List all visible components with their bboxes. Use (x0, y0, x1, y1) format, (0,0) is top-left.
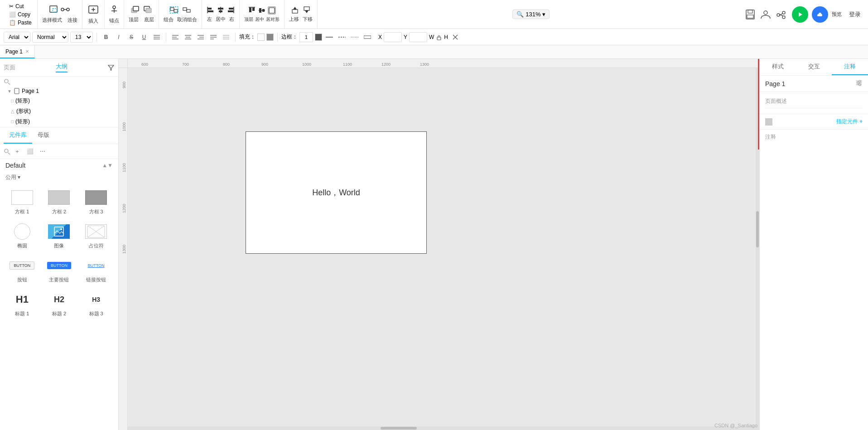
comp-placeholder-label: 占位符 (89, 242, 104, 249)
text-align-left-button[interactable] (170, 32, 181, 43)
comp-image[interactable]: 图像 (43, 221, 76, 251)
constrain-button[interactable] (450, 32, 461, 43)
scrollbar-horizontal[interactable] (128, 426, 759, 430)
outline-tab[interactable]: 大纲 (56, 63, 68, 72)
align-buttons[interactable]: 左 居中 右 (202, 0, 240, 29)
italic-button[interactable]: I (113, 32, 124, 43)
comp-box1[interactable]: 方框 1 (5, 187, 39, 217)
group-buttons[interactable]: 组合 取消组合 (159, 0, 202, 29)
scrollbar-h-thumb[interactable] (381, 427, 417, 430)
library-tab[interactable]: 元件库 (4, 127, 32, 144)
text-justify-button[interactable] (208, 32, 219, 43)
layer-buttons[interactable]: 顶层 底层 (124, 0, 159, 29)
comp-btn-link[interactable]: BUTTON 链接按钮 (79, 255, 113, 285)
ungroup-icon (182, 5, 191, 14)
style-tab[interactable]: 样式 (760, 59, 796, 75)
comp-h2[interactable]: H2 标题 2 (43, 289, 76, 319)
comp-box3[interactable]: 方框 3 (79, 187, 113, 217)
pages-tab[interactable]: 页面 (4, 63, 15, 72)
svg-rect-71 (437, 37, 441, 40)
filter-icon[interactable] (107, 64, 115, 71)
person-icon[interactable] (759, 10, 772, 19)
share-button[interactable] (812, 6, 828, 23)
annotation-tab[interactable]: 注释 (832, 59, 868, 75)
comp-btn-label: 按钮 (17, 276, 27, 283)
common-label[interactable]: 公用 ▾ (0, 172, 118, 183)
comp-h3[interactable]: H3 标题 3 (79, 289, 113, 319)
underline-button[interactable]: U (139, 32, 149, 43)
text-justify2-button[interactable] (221, 32, 231, 43)
copy-button[interactable]: ⬜ Copy (7, 11, 34, 18)
comp-circle[interactable]: 椭圆 (5, 221, 39, 251)
scrollbar-v-thumb[interactable] (756, 211, 759, 247)
cut-label: Cut (15, 3, 24, 10)
border-style-dashed-button[interactable] (337, 32, 347, 43)
comp-box3-label: 方框 3 (89, 208, 103, 215)
save-icon[interactable] (745, 9, 756, 20)
text-align-center-button[interactable] (183, 32, 193, 43)
font-family-select[interactable]: Arial (4, 32, 30, 43)
interact-tab[interactable]: 交互 (796, 59, 832, 75)
specify-element-button[interactable]: 指定元件 + (836, 118, 863, 126)
insert-button[interactable]: 插入 (82, 0, 105, 29)
font-size-select[interactable]: 13 (70, 32, 93, 43)
master-tab[interactable]: 母版 (32, 127, 55, 144)
cut-button[interactable]: ✂ Cut (7, 3, 34, 10)
font-style-select[interactable]: Normal (32, 32, 68, 43)
border-style-solid-button[interactable] (324, 32, 335, 43)
outline-search-input[interactable] (12, 78, 115, 85)
svg-line-76 (8, 83, 10, 85)
border-solid-icon (326, 35, 333, 39)
tree-rect1[interactable]: □ (矩形) (0, 96, 118, 106)
format-toolbar: Arial Normal 13 B I S U (0, 29, 868, 45)
comp-box2[interactable]: 方框 2 (43, 187, 76, 217)
strikethrough-button[interactable]: S (126, 32, 137, 43)
page-description-divider (765, 108, 863, 108)
ruler-left-1100: 1100 (122, 163, 126, 172)
align-vertical-buttons[interactable]: 顶层 居中 居对形 (240, 0, 285, 29)
placeholder-preview (85, 224, 107, 239)
right-panel-settings-icon[interactable] (855, 79, 863, 88)
fill-color-swatch-white[interactable] (257, 34, 265, 41)
paste-button[interactable]: 📋 Paste (7, 19, 34, 26)
y-input[interactable] (409, 32, 427, 42)
svg-marker-38 (293, 7, 297, 10)
more-library-button[interactable]: ⋯ (37, 146, 48, 157)
fill-color-swatch-gray[interactable] (266, 34, 274, 41)
border-settings-button[interactable] (362, 32, 373, 43)
canvas-area[interactable]: 600 700 800 900 1000 1100 1200 1300 900 … (119, 59, 759, 430)
tree-shape1[interactable]: △ (形状) (0, 106, 118, 116)
bold-button[interactable]: B (101, 32, 111, 43)
ruler-1100: 1100 (343, 62, 352, 67)
svg-point-45 (777, 14, 780, 16)
align-center-label: 居中 (216, 16, 226, 23)
tree-rect2[interactable]: □ (矩形) (0, 116, 118, 127)
anchor-button[interactable]: 锚点 (105, 0, 124, 29)
comp-btn-primary[interactable]: BUTTON 主要按钮 (43, 255, 76, 285)
preview-button[interactable] (792, 6, 808, 23)
select-mode-button[interactable]: 选择模式 连接 (38, 0, 82, 29)
play-icon (796, 11, 804, 18)
comp-btn[interactable]: BUTTON 按钮 (5, 255, 39, 285)
zoom-control[interactable]: 🔍 131% ▾ (512, 10, 550, 19)
tree-page1[interactable]: ▼ Page 1 (0, 87, 118, 96)
x-input[interactable] (384, 32, 402, 42)
login-button[interactable]: 登录 (845, 9, 864, 20)
comp-placeholder[interactable]: 占位符 (79, 221, 113, 251)
add-library-button[interactable]: ＋ (12, 146, 23, 157)
list-button[interactable] (151, 32, 162, 43)
design-frame[interactable]: Hello，World (246, 131, 427, 254)
default-library-arrows[interactable]: ▲▼ (102, 162, 113, 169)
page1-tab[interactable]: Page 1 ✕ (0, 45, 35, 58)
lock-icon[interactable] (436, 34, 442, 40)
comp-h1[interactable]: H1 标题 1 (5, 289, 39, 319)
border-more-button[interactable] (349, 32, 360, 43)
share-icon2[interactable] (776, 10, 788, 19)
comp-circle-label: 椭圆 (17, 242, 27, 249)
border-value-input[interactable] (299, 32, 313, 42)
copy-library-button[interactable]: ⬜ (24, 146, 35, 157)
text-align-right-button[interactable] (195, 32, 206, 43)
page1-tab-close[interactable]: ✕ (25, 49, 29, 54)
move-buttons[interactable]: 上移 下移 (285, 0, 318, 29)
border-color-swatch[interactable] (315, 34, 322, 41)
